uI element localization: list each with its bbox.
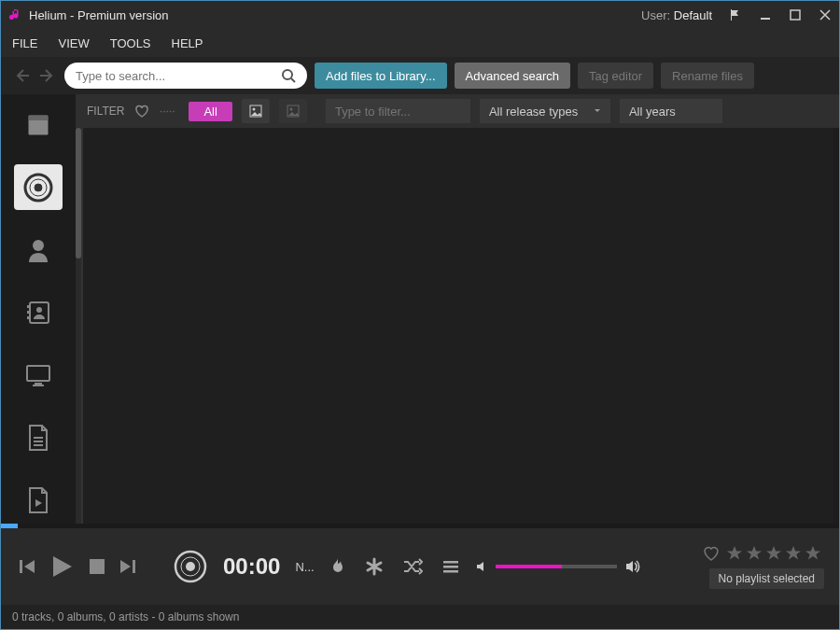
svg-rect-0 <box>761 18 770 20</box>
years-dropdown[interactable]: All years <box>620 99 722 123</box>
volume-fill <box>496 565 563 568</box>
sidebar <box>1 94 76 524</box>
svg-rect-1 <box>791 10 800 20</box>
sidebar-albums[interactable] <box>14 164 63 210</box>
svg-rect-8 <box>29 116 48 120</box>
asterisk-icon[interactable] <box>365 557 384 576</box>
sidebar-playlist-file[interactable] <box>14 478 63 524</box>
player: 00:00 N... <box>1 528 839 605</box>
main-content <box>81 128 833 524</box>
image-view-alt-icon[interactable] <box>279 99 307 123</box>
user-label: User: Default <box>641 8 712 22</box>
svg-point-26 <box>186 562 195 571</box>
menu-file[interactable]: FILE <box>12 36 37 50</box>
play-button[interactable] <box>48 553 76 581</box>
filter-label: FILTER <box>87 105 124 118</box>
flag-icon[interactable] <box>729 8 742 21</box>
volume-control <box>475 559 641 574</box>
svg-point-6 <box>289 108 292 111</box>
prev-track-button[interactable] <box>16 556 36 577</box>
sidebar-contacts[interactable] <box>14 289 63 335</box>
search-input[interactable] <box>76 69 281 83</box>
toolbar: Add files to Library... Advanced search … <box>1 57 839 94</box>
svg-rect-19 <box>35 383 42 385</box>
release-types-dropdown[interactable]: All release types <box>480 99 610 123</box>
time-display: 00:00 <box>223 553 280 580</box>
minimize-button[interactable] <box>759 8 772 21</box>
tag-editor-button: Tag editor <box>578 63 653 89</box>
search-icon[interactable] <box>281 68 296 83</box>
image-view-icon[interactable] <box>242 99 270 123</box>
svg-point-2 <box>283 70 292 79</box>
status-bar: 0 tracks, 0 albums, 0 artists - 0 albums… <box>1 605 839 629</box>
app-icon <box>8 7 23 22</box>
rename-files-button: Rename files <box>661 63 754 89</box>
flame-icon[interactable] <box>329 557 346 576</box>
favorite-icon[interactable] <box>702 544 721 563</box>
advanced-search-button[interactable]: Advanced search <box>455 63 570 89</box>
heart-icon[interactable] <box>133 103 150 119</box>
svg-rect-29 <box>443 566 458 568</box>
volume-high-icon[interactable] <box>624 559 641 574</box>
svg-point-12 <box>33 240 44 251</box>
filter-bar: FILTER All All release types All years <box>76 94 839 128</box>
svg-rect-30 <box>443 570 458 573</box>
svg-point-10 <box>35 184 42 191</box>
disc-icon <box>173 549 208 584</box>
sidebar-library[interactable] <box>14 102 63 147</box>
shuffle-icon[interactable] <box>402 558 423 575</box>
rating-filter[interactable] <box>160 104 175 119</box>
menu-view[interactable]: VIEW <box>58 36 89 50</box>
playlist-status: No playlist selected <box>709 568 824 589</box>
svg-point-14 <box>36 307 42 313</box>
tab-all[interactable]: All <box>189 102 231 121</box>
svg-rect-18 <box>27 366 49 381</box>
sidebar-screen[interactable] <box>14 353 63 399</box>
svg-rect-24 <box>90 559 105 574</box>
menu-help[interactable]: HELP <box>172 36 203 50</box>
now-playing-label: N... <box>295 560 314 574</box>
sidebar-document[interactable] <box>14 415 63 461</box>
menu-bar: FILE VIEW TOOLS HELP <box>1 29 839 57</box>
volume-low-icon[interactable] <box>475 560 488 573</box>
nav-forward-icon[interactable] <box>38 66 57 85</box>
search-box[interactable] <box>64 63 307 89</box>
svg-rect-28 <box>443 561 458 564</box>
svg-rect-15 <box>27 305 30 308</box>
sidebar-artists[interactable] <box>14 227 63 273</box>
next-track-button[interactable] <box>119 556 139 577</box>
queue-icon[interactable] <box>441 559 460 574</box>
svg-rect-16 <box>27 311 30 314</box>
svg-point-4 <box>252 108 255 111</box>
filter-input[interactable] <box>326 99 470 123</box>
svg-rect-20 <box>33 385 44 386</box>
maximize-button[interactable] <box>789 8 802 21</box>
menu-tools[interactable]: TOOLS <box>110 36 151 50</box>
volume-slider[interactable] <box>496 565 617 568</box>
stop-button[interactable] <box>87 556 107 577</box>
svg-rect-17 <box>27 316 30 319</box>
close-button[interactable] <box>819 8 832 21</box>
add-files-button[interactable]: Add files to Library... <box>315 63 447 89</box>
chevron-down-icon <box>594 107 601 115</box>
window-title: Helium - Premium version <box>29 8 169 22</box>
rating-stars[interactable] <box>726 545 824 562</box>
nav-back-icon[interactable] <box>12 66 31 85</box>
status-text: 0 tracks, 0 albums, 0 artists - 0 albums… <box>12 610 239 623</box>
